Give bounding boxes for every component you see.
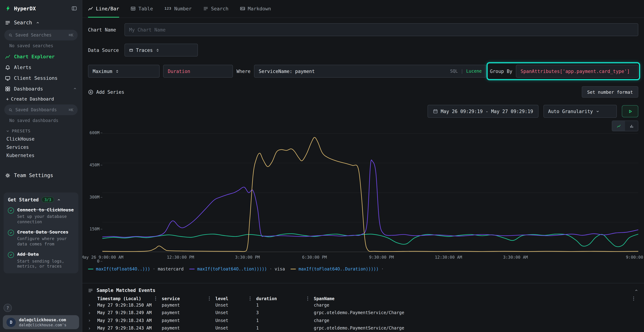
- legend-item[interactable]: maxIf(toFloat64O..)))·mastercard: [88, 266, 184, 272]
- get-started-item[interactable]: Create Data SourcesConfigure where your …: [8, 229, 74, 247]
- where-field: SQL | Lucene: [254, 65, 486, 78]
- preset-services[interactable]: Services: [0, 143, 82, 151]
- sql-language-toggle[interactable]: SQL: [450, 69, 458, 74]
- get-started-item[interactable]: Connect to ClickHouseSet up your databas…: [8, 207, 74, 225]
- add-series-button[interactable]: Add Series: [88, 89, 124, 95]
- sidebar-item-chart-explorer[interactable]: Chart Explorer: [0, 51, 82, 62]
- event-row[interactable]: ›May 27 9:29:18.243 AMpaymentUnset1grpc.…: [82, 324, 644, 332]
- tab-number[interactable]: 123Number: [164, 0, 192, 18]
- tab-label: Line/Bar: [96, 6, 119, 11]
- column-header[interactable]: SpanName: [314, 296, 629, 301]
- create-dashboard-button[interactable]: + Create Dashboard: [0, 94, 82, 104]
- legend-separator: ·: [381, 266, 384, 272]
- y-axis-label: 300M: [90, 194, 100, 200]
- table-menu-icon[interactable]: [633, 298, 634, 299]
- column-header[interactable]: level: [216, 296, 256, 301]
- column-header[interactable]: duration: [256, 296, 314, 301]
- event-row[interactable]: ›May 27 9:29:18.249 AMpaymentUnset3grpc.…: [82, 309, 644, 316]
- preset-kubernetes[interactable]: Kubernetes: [0, 151, 82, 160]
- get-started-header[interactable]: Get Started 3/3: [8, 197, 74, 202]
- presets-toggle[interactable]: PRESETS: [0, 126, 82, 135]
- data-source-select[interactable]: Traces: [124, 44, 198, 56]
- sidebar-item-client-sessions[interactable]: Client Sessions: [0, 72, 82, 83]
- list-icon: [203, 6, 208, 11]
- expand-row-icon[interactable]: ›: [88, 302, 97, 308]
- event-row[interactable]: ›May 27 9:29:18.250 AMpaymentUnset1charg…: [82, 301, 644, 309]
- aggregation-field-input[interactable]: [168, 68, 228, 74]
- lucene-language-toggle[interactable]: Lucene: [466, 69, 482, 74]
- tab-markdown[interactable]: Markdown: [240, 0, 271, 18]
- hyperdx-logo-icon: [5, 5, 11, 12]
- column-menu-icon[interactable]: [209, 298, 210, 299]
- series-filter-row: Maximum Where SQL | Lucene Group By: [88, 65, 638, 78]
- column-menu-icon[interactable]: [250, 298, 250, 299]
- column-header[interactable]: Timestamp (Local): [97, 296, 162, 301]
- shortcut-hint: ⌘K: [69, 108, 74, 112]
- tab-table[interactable]: Table: [130, 0, 153, 18]
- collapse-events-button[interactable]: [634, 288, 638, 292]
- collapse-sidebar-button[interactable]: [72, 6, 77, 11]
- legend-dash: [88, 269, 94, 270]
- tab-label: Table: [138, 6, 153, 11]
- plus-circle-icon: [88, 89, 94, 95]
- legend-item[interactable]: maxIf(toFloat64O..Duration)))))·: [291, 266, 384, 272]
- line-chart-canvas: [102, 133, 638, 252]
- event-cell: May 27 9:29:18.243 AM: [97, 318, 162, 323]
- legend-separator: ·: [152, 266, 155, 272]
- column-menu-icon[interactable]: [155, 298, 156, 299]
- preset-clickhouse[interactable]: ClickHouse: [0, 135, 82, 143]
- granularity-select[interactable]: Auto Granularity: [544, 105, 617, 118]
- saved-searches-input[interactable]: Saved Searches ⌘K: [4, 30, 78, 40]
- date-range-picker[interactable]: May 26 09:29:19 - May 27 09:29:19: [427, 105, 538, 118]
- y-axis-label: 150M: [90, 227, 100, 232]
- event-cell: May 27 9:29:18.250 AM: [97, 303, 162, 308]
- sidebar-item-alerts[interactable]: Alerts: [0, 62, 82, 72]
- bar-chart-toggle[interactable]: [625, 121, 638, 131]
- sidebar-item-dashboards[interactable]: Dashboards: [0, 83, 82, 94]
- event-row[interactable]: ›May 27 9:29:18.243 AMpaymentUnset1charg…: [82, 316, 644, 324]
- user-secondary: dale@clickhouse.com's: [19, 323, 66, 327]
- chevron-up-icon: [634, 288, 638, 292]
- expand-row-icon[interactable]: ›: [88, 318, 97, 323]
- tab-search[interactable]: Search: [203, 0, 228, 18]
- aggregation-select[interactable]: Maximum: [88, 65, 160, 78]
- saved-dashboards-input[interactable]: Saved Dashboards ⌘K: [4, 104, 78, 115]
- column-header-label: service: [162, 296, 180, 301]
- data-source-value: Traces: [136, 48, 153, 53]
- sidebar-item-team-settings[interactable]: Team Settings: [0, 169, 82, 182]
- where-input[interactable]: [259, 68, 447, 74]
- chart-controls-row: May 26 09:29:19 - May 27 09:29:19 Auto G…: [88, 105, 638, 118]
- main-content: Line/BarTable123NumberSearchMarkdown Cha…: [82, 0, 644, 332]
- chart-name-input[interactable]: [129, 27, 634, 32]
- set-number-format-button[interactable]: Set number format: [582, 86, 638, 98]
- event-cell: 1: [256, 326, 314, 331]
- tab-line-bar[interactable]: Line/Bar: [88, 0, 119, 18]
- column-header[interactable]: service: [162, 296, 216, 301]
- no-saved-dashboards-text: No saved dashboards: [0, 117, 82, 126]
- legend-item[interactable]: maxIf(toFloat64O..tion)))))·visa: [189, 266, 285, 272]
- chart-display-toggle: [612, 120, 638, 131]
- event-cell: 1: [256, 303, 314, 308]
- legend-dash: [189, 269, 195, 270]
- select-caret-icon: [115, 69, 119, 73]
- get-started-item[interactable]: Add DataStart sending logs, metrics, or …: [8, 252, 74, 269]
- run-query-button[interactable]: [622, 105, 638, 117]
- check-icon: [9, 231, 12, 234]
- table-icon: [130, 6, 136, 11]
- shortcut-hint: ⌘K: [69, 33, 74, 38]
- traces-source-icon: [129, 48, 133, 52]
- avatar: D: [6, 318, 16, 327]
- search-section-header[interactable]: Search: [0, 16, 82, 29]
- user-menu[interactable]: D dale@clickhouse.com dale@clickhouse.co…: [3, 315, 79, 329]
- help-button[interactable]: ?: [4, 304, 12, 312]
- expand-row-icon[interactable]: ›: [88, 326, 97, 331]
- logo[interactable]: HyperDX: [5, 5, 36, 12]
- event-cell: 3: [256, 310, 314, 315]
- column-menu-icon[interactable]: [307, 298, 308, 299]
- line-chart-toggle[interactable]: [612, 121, 625, 131]
- no-saved-searches-text: No saved searches: [0, 42, 82, 51]
- aggregation-field: [163, 65, 233, 78]
- expand-row-icon[interactable]: ›: [88, 310, 97, 316]
- events-table-body: ›May 27 9:29:18.250 AMpaymentUnset1charg…: [82, 301, 644, 332]
- group-by-input[interactable]: [520, 68, 634, 74]
